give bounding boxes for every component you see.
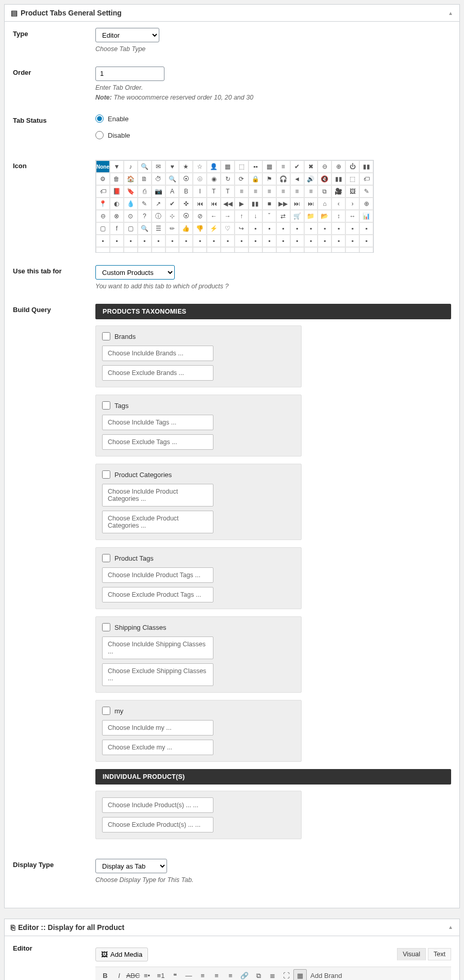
- icon-option[interactable]: ←: [207, 210, 221, 222]
- icon-option[interactable]: ▮▮: [359, 160, 373, 173]
- number-list-icon[interactable]: ≡1: [154, 969, 168, 980]
- icon-option[interactable]: ‹: [332, 198, 345, 210]
- include-input[interactable]: Choose Inclulde Tags ...: [102, 415, 213, 430]
- order-input[interactable]: [95, 67, 164, 81]
- icon-option[interactable]: T: [221, 185, 235, 198]
- icon-option[interactable]: 🔒: [248, 173, 262, 185]
- visual-tab[interactable]: Visual: [397, 948, 426, 960]
- taxonomy-checkbox[interactable]: Brands: [102, 332, 295, 340]
- include-input[interactable]: Choose Inclulde my ...: [102, 720, 213, 736]
- icon-option[interactable]: 🔊: [304, 173, 318, 185]
- icon-option[interactable]: ▪: [332, 222, 345, 235]
- icon-option[interactable]: 🔍: [138, 222, 152, 235]
- icon-option[interactable]: ↪: [235, 222, 248, 235]
- exclude-input[interactable]: Choose Exclude my ...: [102, 740, 213, 755]
- use-for-select[interactable]: Custom Products: [95, 265, 175, 280]
- icon-option[interactable]: ⧉: [318, 185, 332, 198]
- icon-option[interactable]: ?: [138, 210, 152, 222]
- toolbar-toggle-icon[interactable]: ▦: [293, 969, 307, 980]
- icon-option[interactable]: ▶▶: [276, 198, 290, 210]
- icon-option[interactable]: I: [193, 185, 207, 198]
- status-enable[interactable]: Enable: [95, 115, 451, 123]
- quote-icon[interactable]: ❝: [168, 969, 181, 980]
- icon-option[interactable]: ▪: [345, 247, 359, 253]
- icon-option[interactable]: 🏷: [359, 173, 373, 185]
- icon-option[interactable]: 💧: [124, 198, 138, 210]
- align-left-icon[interactable]: ≡: [196, 969, 209, 980]
- icon-option[interactable]: ⦾: [193, 173, 207, 185]
- icon-option[interactable]: ▪: [318, 222, 332, 235]
- icon-option[interactable]: ♥: [165, 160, 179, 173]
- icon-option[interactable]: 🎥: [332, 185, 345, 198]
- icon-option[interactable]: ↓: [248, 210, 262, 222]
- icon-option[interactable]: 🏷: [96, 185, 110, 198]
- icon-option[interactable]: 🔇: [318, 173, 332, 185]
- icon-option[interactable]: ▪: [138, 247, 152, 253]
- icon-option[interactable]: ⏭: [290, 198, 304, 210]
- icon-option[interactable]: ✜: [179, 198, 193, 210]
- icon-option[interactable]: ▪: [110, 247, 124, 253]
- icon-option[interactable]: ✔: [165, 198, 179, 210]
- include-input[interactable]: Choose Inclulde Product Tags ...: [102, 567, 213, 583]
- icon-option[interactable]: ▪: [290, 222, 304, 235]
- icon-option[interactable]: ▶: [235, 198, 248, 210]
- text-tab[interactable]: Text: [428, 948, 451, 960]
- icon-option[interactable]: ⟳: [235, 173, 248, 185]
- icon-option[interactable]: ■: [262, 198, 276, 210]
- icon-option[interactable]: ⊹: [165, 210, 179, 222]
- fullscreen-icon[interactable]: ⛶: [279, 969, 293, 980]
- icon-option[interactable]: ✖: [304, 160, 318, 173]
- icon-option[interactable]: 🛒: [290, 210, 304, 222]
- icon-option[interactable]: ↑: [235, 210, 248, 222]
- icon-option[interactable]: ⌂: [318, 198, 332, 210]
- icon-option[interactable]: ⏮: [193, 198, 207, 210]
- icon-option[interactable]: 📂: [318, 210, 332, 222]
- icon-option[interactable]: ↗: [152, 198, 165, 210]
- icon-option[interactable]: ▪: [318, 247, 332, 253]
- icon-option[interactable]: 🎧: [276, 173, 290, 185]
- icon-option[interactable]: ⊕: [359, 198, 373, 210]
- icon-option[interactable]: 🖼: [345, 185, 359, 198]
- link-icon[interactable]: 🔗: [238, 969, 251, 980]
- icon-option[interactable]: ▪: [179, 247, 193, 253]
- icon-option[interactable]: ⏻: [345, 160, 359, 173]
- icon-option[interactable]: ▪: [248, 235, 262, 247]
- icon-option[interactable]: ⎙: [138, 185, 152, 198]
- icon-option[interactable]: ▪: [124, 235, 138, 247]
- icon-option[interactable]: ▪: [138, 235, 152, 247]
- icon-option[interactable]: ✎: [138, 198, 152, 210]
- taxonomy-checkbox[interactable]: Tags: [102, 401, 295, 410]
- icon-option[interactable]: ✏: [165, 222, 179, 235]
- icon-option[interactable]: ⚑: [262, 173, 276, 185]
- icon-option[interactable]: f: [110, 222, 124, 235]
- icon-option[interactable]: 📕: [110, 185, 124, 198]
- icon-option[interactable]: ▪: [96, 235, 110, 247]
- icon-option[interactable]: ▼: [110, 160, 124, 173]
- bold-icon[interactable]: B: [98, 969, 112, 980]
- type-select[interactable]: Editor: [95, 28, 159, 42]
- collapse-toggle[interactable]: ▲: [448, 924, 453, 930]
- icon-option[interactable]: ⬚: [345, 173, 359, 185]
- icon-option[interactable]: ▪: [124, 247, 138, 253]
- collapse-toggle[interactable]: ▲: [448, 10, 453, 16]
- icon-option[interactable]: ▪: [207, 247, 221, 253]
- icon-option[interactable]: ▢: [124, 222, 138, 235]
- icon-option[interactable]: ≡: [290, 185, 304, 198]
- icon-option[interactable]: ⦿: [179, 210, 193, 222]
- icon-option[interactable]: ▪: [179, 235, 193, 247]
- exclude-products-input[interactable]: Choose Exclude Product(s) ... ...: [102, 817, 213, 832]
- icon-option[interactable]: ≡: [248, 185, 262, 198]
- icon-option[interactable]: 🗑: [110, 173, 124, 185]
- icon-option[interactable]: ⊗: [110, 210, 124, 222]
- icon-option[interactable]: ▪: [359, 235, 373, 247]
- icon-option[interactable]: ▪: [304, 247, 318, 253]
- icon-option[interactable]: ⚙: [96, 173, 110, 185]
- icon-option[interactable]: ⏱: [152, 173, 165, 185]
- italic-icon[interactable]: I: [112, 969, 126, 980]
- icon-option[interactable]: ⊙: [124, 210, 138, 222]
- icon-option[interactable]: ▪: [110, 235, 124, 247]
- icon-option[interactable]: ◐: [110, 198, 124, 210]
- icon-option[interactable]: ▮▮: [332, 173, 345, 185]
- icon-option[interactable]: ▪: [221, 235, 235, 247]
- icon-option[interactable]: ≡: [276, 185, 290, 198]
